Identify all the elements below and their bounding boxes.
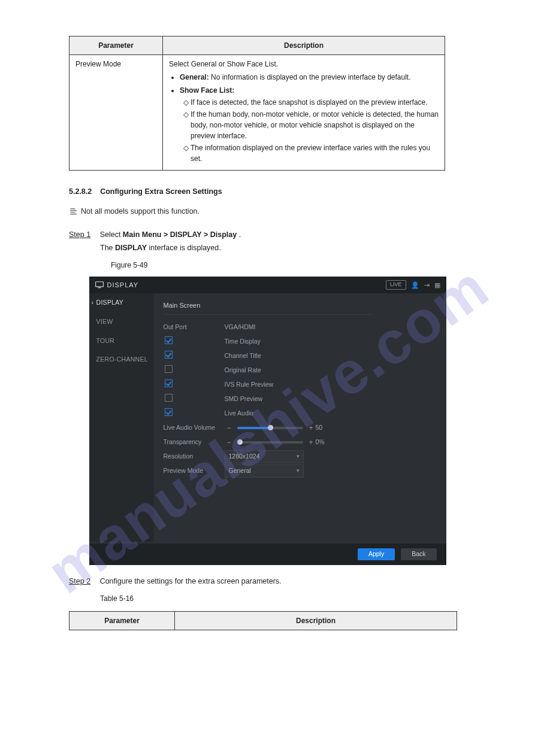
main-screen-title: Main Screen bbox=[164, 300, 437, 311]
main-panel: Main Screen Out Port VGA/HDMI Time Displ… bbox=[154, 293, 446, 542]
step2-text: Configure the settings for the extra scr… bbox=[100, 577, 282, 585]
note-icon bbox=[69, 207, 77, 215]
step2-number: Step 2 bbox=[69, 576, 90, 587]
col-head-description: Description bbox=[163, 37, 445, 55]
desc-intro: Select General or Show Face List. bbox=[169, 59, 439, 69]
apply-button[interactable]: Apply bbox=[358, 548, 395, 560]
sidebar-item-view[interactable]: VIEW bbox=[89, 312, 154, 332]
preview-mode-label: Preview Mode bbox=[164, 466, 225, 476]
resolution-label: Resolution bbox=[164, 452, 225, 462]
check-live-audio[interactable] bbox=[165, 408, 173, 416]
trans-slider[interactable] bbox=[237, 441, 303, 444]
label-smd: SMD Preview bbox=[225, 394, 263, 404]
back-button[interactable]: Back bbox=[401, 548, 436, 560]
step1-result-b: interface is displayed. bbox=[149, 244, 221, 252]
parameter-table-bottom: Parameter Description bbox=[69, 611, 457, 630]
tbl2-head-parameter: Parameter bbox=[69, 611, 175, 630]
shot-footer: Apply Back bbox=[89, 544, 446, 565]
col-head-parameter: Parameter bbox=[69, 37, 163, 55]
svg-rect-0 bbox=[95, 282, 103, 287]
app-title-group: DISPLAY bbox=[95, 280, 139, 290]
step1-result-bold: DISPLAY bbox=[115, 244, 147, 252]
check-original-rate[interactable] bbox=[165, 365, 173, 373]
volume-minus[interactable]: − bbox=[225, 423, 234, 433]
bullet-general: General: No information is displayed on … bbox=[180, 72, 439, 83]
step1-text-a: Select bbox=[100, 230, 123, 239]
divider bbox=[164, 314, 373, 315]
label-live-audio: Live Audio bbox=[225, 409, 253, 418]
step1-text-b: . bbox=[239, 230, 241, 239]
step1-number: Step 1 bbox=[69, 229, 90, 241]
label-time-display: Time Display bbox=[225, 337, 261, 347]
section-title: Configuring Extra Screen Settings bbox=[100, 187, 222, 196]
label-original-rate: Original Rate bbox=[225, 366, 261, 375]
sub-bullet-2: If the human body, non-motor vehicle, or… bbox=[191, 109, 439, 141]
display-screenshot: DISPLAY LIVE 👤 ⇥ ▦ DISPLAY VIEW TOUR ZER… bbox=[89, 277, 446, 565]
outport-value: VGA/HDMI bbox=[225, 323, 256, 332]
bullet-show-face: Show Face List: If face is detected, the… bbox=[180, 85, 439, 164]
user-icon[interactable]: 👤 bbox=[411, 280, 419, 290]
resolution-value: 1280x1024 bbox=[229, 452, 260, 462]
trans-plus[interactable]: + bbox=[307, 437, 316, 448]
check-time-display[interactable] bbox=[165, 336, 173, 344]
topbar-icons: 👤 ⇥ ▦ bbox=[411, 280, 440, 290]
live-badge[interactable]: LIVE bbox=[386, 280, 406, 290]
check-channel-title[interactable] bbox=[165, 351, 173, 359]
step1-result-a: The bbox=[100, 244, 115, 252]
trans-minus[interactable]: − bbox=[225, 437, 234, 448]
step1-menu-path: Main Menu > DISPLAY > Display bbox=[123, 230, 237, 239]
section-number: 5.2.8.2 bbox=[69, 187, 92, 196]
label-channel-title: Channel Title bbox=[225, 351, 261, 361]
sidebar-item-display[interactable]: DISPLAY bbox=[89, 293, 154, 312]
preview-mode-select[interactable]: General ▾ bbox=[225, 464, 304, 478]
volume-slider[interactable] bbox=[237, 427, 303, 429]
figure-label: Figure 5-49 bbox=[111, 260, 466, 271]
outport-label: Out Port bbox=[164, 323, 225, 332]
cell-desc: Select General or Show Face List. Genera… bbox=[163, 55, 445, 171]
chevron-down-icon: ▾ bbox=[297, 453, 300, 461]
check-ivs-rule[interactable] bbox=[165, 379, 173, 387]
table2-label: Table 5-16 bbox=[100, 593, 466, 604]
monitor-icon bbox=[95, 281, 104, 289]
app-title: DISPLAY bbox=[107, 280, 139, 290]
trans-value: 0% bbox=[316, 438, 325, 447]
label-ivs-rule: IVS Rule Preview bbox=[225, 380, 274, 390]
sidebar: DISPLAY VIEW TOUR ZERO-CHANNEL bbox=[89, 293, 154, 542]
svg-rect-1 bbox=[98, 287, 101, 288]
check-smd[interactable] bbox=[165, 394, 173, 402]
sub-bullet-1: If face is detected, the face snapshot i… bbox=[191, 97, 439, 108]
sidebar-item-zero-channel[interactable]: ZERO-CHANNEL bbox=[89, 350, 154, 369]
resolution-select[interactable]: 1280x1024 ▾ bbox=[225, 450, 304, 463]
shot-topbar: DISPLAY LIVE 👤 ⇥ ▦ bbox=[89, 277, 446, 293]
parameter-table-top: Parameter Description Preview Mode Selec… bbox=[69, 36, 445, 171]
sidebar-item-tour[interactable]: TOUR bbox=[89, 332, 154, 351]
chevron-down-icon: ▾ bbox=[297, 467, 300, 475]
volume-value: 50 bbox=[316, 423, 323, 433]
preview-mode-value: General bbox=[229, 466, 251, 476]
volume-label: Live Audio Volume bbox=[164, 423, 225, 433]
volume-plus[interactable]: + bbox=[307, 423, 316, 433]
cell-param: Preview Mode bbox=[69, 55, 163, 171]
note-text: Not all models support this function. bbox=[81, 206, 200, 217]
exit-icon[interactable]: ⇥ bbox=[424, 280, 430, 290]
sub-bullet-3: The information displayed on the preview… bbox=[191, 142, 439, 164]
grid-icon[interactable]: ▦ bbox=[434, 280, 440, 290]
tbl2-head-description: Description bbox=[175, 611, 457, 630]
trans-label: Transparency bbox=[164, 438, 225, 447]
